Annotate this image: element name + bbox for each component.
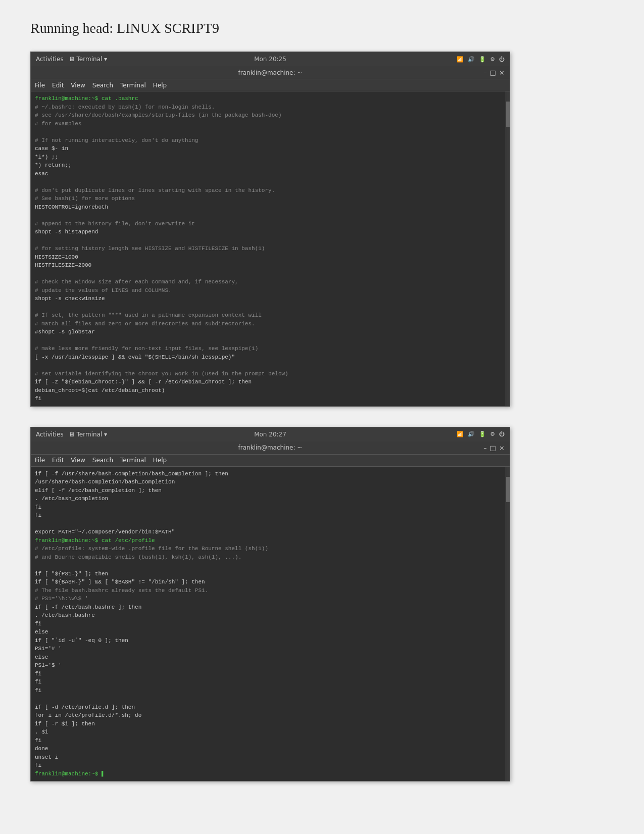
comment-t2-4: # PS1='\h:\w\$ ' (35, 596, 88, 602)
code-t2-6: fi (35, 512, 41, 518)
topbar-right-1: 📶 🔊 🔋 ⚙ ⏻ (457, 56, 505, 63)
code-t2-11: . /etc/bash.bashrc (35, 612, 95, 618)
code-t2-18: fi (35, 671, 41, 677)
prompt-line-3: franklin@machine:~$ ▌ (35, 771, 105, 777)
code-t2-3: elif [ -f /etc/bash_completion ]; then (35, 487, 162, 494)
power-icon: ⏻ (499, 56, 505, 63)
minimize-button-1[interactable]: – (483, 69, 487, 76)
topbar-left-2: Activities 🖥 Terminal ▾ (36, 431, 107, 438)
menu-view-2[interactable]: View (71, 457, 85, 464)
comment-14: # set variable identifying the chroot yo… (35, 371, 288, 377)
terminal-content-wrapper-2: if [ -f /usr/share/bash-completion/bash_… (31, 467, 510, 781)
prompt-line-1: franklin@machine:~$ cat .bashrc (35, 95, 138, 102)
code-line-2: *i*) ;; (35, 154, 58, 160)
comment-4: # If not running interactively, don't do… (35, 137, 198, 143)
menu-bar-1: File Edit View Search Terminal Help (31, 79, 510, 91)
code-t2-10: if [ -f /etc/bash.bashrc ]; then (35, 604, 141, 610)
code-line-13: debian_chroot=$(cat /etc/debian_chroot) (35, 387, 165, 394)
comment-13: # make less more friendly for non-text i… (35, 346, 258, 352)
menu-bar-2: File Edit View Search Terminal Help (31, 455, 510, 467)
window-title-1: franklin@machine: ~ (238, 69, 303, 76)
window-controls-1: – □ × (483, 69, 505, 76)
menu-help-2[interactable]: Help (153, 457, 167, 464)
page-title: Running head: LINUX SCRIPT9 (30, 20, 614, 36)
code-t2-13: else (35, 629, 48, 635)
activities-label-1[interactable]: Activities (36, 56, 64, 63)
code-t2-20: fi (35, 688, 41, 694)
code-line-11: [ -x /usr/bin/lesspipe ] && eval "$(SHEL… (35, 354, 235, 360)
code-t2-12: fi (35, 621, 41, 627)
title-bar-1: franklin@machine: ~ – □ × (31, 66, 510, 79)
network-icon: 📶 (457, 56, 464, 63)
menu-file-1[interactable]: File (35, 82, 45, 89)
code-t2-7: export PATH="~/.composer/vendor/bin:$PAT… (35, 529, 175, 535)
window-controls-2: – □ × (483, 444, 505, 452)
terminal-content-wrapper-1: franklin@machine:~$ cat .bashrc # ~/.bas… (31, 91, 510, 406)
terminal-output-2: if [ -f /usr/share/bash-completion/bash_… (31, 467, 506, 781)
comment-9: # check the window size after each comma… (35, 279, 238, 285)
terminal-main-1[interactable]: franklin@machine:~$ cat .bashrc # ~/.bas… (31, 91, 506, 406)
code-line-14: fi (35, 396, 41, 402)
code-t2-15: PS1='# ' (35, 646, 62, 652)
menu-search-2[interactable]: Search (92, 457, 113, 464)
comment-1: # ~/.bashrc: executed by bash(1) for non… (35, 104, 215, 110)
menu-view-1[interactable]: View (71, 82, 85, 89)
code-line-12: if [ -z "${debian_chroot:-}" ] && [ -r /… (35, 379, 252, 385)
code-line-4: esac (35, 171, 48, 177)
clock-1: Mon 20:25 (254, 56, 286, 63)
code-line-10: #shopt -s globstar (35, 329, 95, 335)
scrollbar-1[interactable] (506, 91, 510, 406)
comment-10: # update the values of LINES and COLUMNS… (35, 287, 172, 293)
terminal-main-2[interactable]: if [ -f /usr/share/bash-completion/bash_… (31, 467, 506, 781)
comment-5: # don't put duplicate lines or lines sta… (35, 187, 275, 193)
code-line-5: HISTCONTROL=ignoreboth (35, 204, 108, 210)
scrollbar-thumb-1[interactable] (506, 102, 510, 127)
activities-label-2[interactable]: Activities (36, 431, 64, 438)
menu-search-1[interactable]: Search (92, 82, 113, 89)
settings-icon-2: ⚙ (490, 431, 495, 437)
topbar-left-1: Activities 🖥 Terminal ▾ (36, 56, 107, 63)
system-topbar-1: Activities 🖥 Terminal ▾ Mon 20:25 📶 🔊 🔋 … (31, 52, 510, 66)
code-t2-1: if [ -f /usr/share/bash-completion/bash_… (35, 471, 228, 477)
battery-icon-2: 🔋 (479, 431, 486, 437)
scrollbar-thumb-2[interactable] (506, 477, 510, 502)
comment-t2-1: # /etc/profile: system-wide .profile fil… (35, 546, 268, 552)
window-title-2: franklin@machine: ~ (238, 444, 303, 451)
menu-help-1[interactable]: Help (153, 82, 167, 89)
code-t2-9: if [ "${BASH-}" ] && [ "$BASH" != "/bin/… (35, 579, 205, 585)
comment-3: # for examples (35, 121, 81, 127)
battery-icon: 🔋 (479, 56, 486, 63)
power-icon-2: ⏻ (499, 431, 505, 437)
comment-11: # If set, the pattern "**" used in a pat… (35, 312, 262, 318)
terminal-label-1[interactable]: Terminal ▾ (77, 56, 108, 63)
menu-terminal-2[interactable]: Terminal (120, 457, 146, 464)
code-line-8: HISTFILESIZE=2000 (35, 262, 91, 268)
code-t2-25: fi (35, 738, 41, 744)
menu-terminal-1[interactable]: Terminal (120, 82, 146, 89)
terminal-window-1: Activities 🖥 Terminal ▾ Mon 20:25 📶 🔊 🔋 … (30, 52, 510, 407)
sound-icon: 🔊 (468, 56, 475, 63)
code-t2-22: for i in /etc/profile.d/*.sh; do (35, 712, 141, 718)
maximize-button-2[interactable]: □ (490, 444, 496, 452)
system-topbar-2: Activities 🖥 Terminal ▾ Mon 20:27 📶 🔊 🔋 … (31, 427, 510, 441)
menu-edit-1[interactable]: Edit (52, 82, 64, 89)
code-t2-28: fi (35, 762, 41, 768)
comment-6: # See bash(1) for more options (35, 195, 135, 202)
settings-icon: ⚙ (490, 56, 495, 63)
code-line-7: HISTSIZE=1000 (35, 254, 78, 260)
terminal-label-2[interactable]: Terminal ▾ (77, 431, 108, 438)
terminal-menu-2[interactable]: 🖥 Terminal ▾ (69, 431, 107, 438)
code-t2-4: . /etc/bash_completion (35, 496, 108, 502)
menu-edit-2[interactable]: Edit (52, 457, 64, 464)
menu-file-2[interactable]: File (35, 457, 45, 464)
comment-t2-3: # The file bash.bashrc already sets the … (35, 587, 208, 594)
terminal-menu-1[interactable]: 🖥 Terminal ▾ (69, 56, 107, 63)
close-button-1[interactable]: × (499, 69, 505, 76)
scrollbar-2[interactable] (506, 467, 510, 781)
close-button-2[interactable]: × (499, 444, 505, 452)
terminal-output-1: franklin@machine:~$ cat .bashrc # ~/.bas… (31, 91, 506, 406)
maximize-button-1[interactable]: □ (490, 69, 496, 76)
code-t2-19: fi (35, 679, 41, 685)
minimize-button-2[interactable]: – (483, 444, 487, 452)
code-line-3: *) return;; (35, 162, 72, 168)
